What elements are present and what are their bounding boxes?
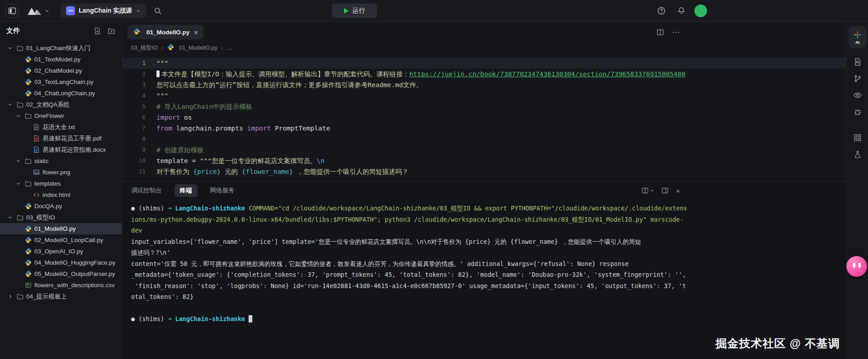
file-search-button[interactable] [849, 53, 867, 70]
tree-file-flower.png[interactable]: flower.png [0, 167, 122, 178]
tree-file-02_ChatModel.py[interactable]: 02_ChatModel.py [0, 65, 122, 76]
tree-file-04_ModelIO_HuggingFace.py[interactable]: 04_ModelIO_HuggingFace.py [0, 257, 122, 268]
tree-item-label: 03_OpenAI_IO.py [34, 248, 83, 255]
tree-folder-01_LangChain快速入门[interactable]: 01_LangChain快速入门 [0, 42, 122, 54]
tab-web-service[interactable]: 网络服务 [210, 186, 235, 195]
tree-item-label: 易速鲜花运营指南.docx [42, 146, 106, 154]
run-button[interactable]: 运行 [332, 4, 377, 18]
split-editor-button[interactable] [656, 28, 664, 36]
app-logo-menu[interactable] [26, 5, 50, 16]
tree-file-04_ChatLongChain.py[interactable]: 04_ChatLongChain.py [0, 88, 122, 99]
tree-file-03_OpenAI_IO.py[interactable]: 03_OpenAI_IO.py [0, 246, 122, 257]
code-line-1[interactable]: 1""" [122, 58, 846, 69]
tree-file-03_TextLangChain.py[interactable]: 03_TextLangChain.py [0, 76, 122, 88]
new-file-button[interactable] [94, 27, 101, 35]
breadcrumb-separator: › [161, 45, 163, 51]
breadcrumb-file[interactable]: 01_ModelIO.py [167, 44, 217, 52]
code-line-9[interactable]: 9# 创建原始模板 [122, 145, 846, 155]
breadcrumb-symbol[interactable]: … [226, 45, 232, 51]
code-line-3[interactable]: 3您可以点击最上方的“运行”按钮，直接运行该文件；更多操作指引请参考Readme… [122, 79, 846, 90]
tree-file-易速鲜花员工手册.pdf[interactable]: 易速鲜花员工手册.pdf [0, 133, 122, 144]
doubao-assistant-button[interactable] [846, 256, 867, 277]
split-terminal-button[interactable] [642, 187, 654, 194]
panel-layout-button[interactable] [661, 187, 669, 194]
breadcrumb-folder[interactable]: 03_模型IO [131, 44, 158, 52]
tree-file-index.html[interactable]: index.html [0, 189, 122, 200]
breadcrumb-separator: › [221, 45, 223, 51]
file-explorer-actions [94, 27, 115, 35]
chevron-right-icon [6, 294, 14, 299]
eye-preview-icon [853, 91, 862, 100]
file-search-icon [853, 57, 862, 66]
tree-item-label: index.html [42, 191, 71, 198]
code-line-8[interactable]: 8 [122, 134, 846, 145]
tree-folder-static[interactable]: static [0, 155, 122, 167]
folder-icon [24, 158, 32, 164]
tree-folder-OneFlower[interactable]: OneFlower [0, 110, 122, 121]
code-line-text: import os [146, 112, 192, 123]
ai-assistant-button[interactable]: AI [849, 26, 867, 48]
code-line-text: # 导入LangChain中的提示模板 [146, 101, 252, 112]
tree-item-label: 05_ModelIO_OutputParser.py [34, 270, 115, 277]
tree-item-label: DocQA.py [34, 203, 62, 210]
code-line-2[interactable]: 2本文件是【模型I/O：输入提示、调用模型、解析输出】章节的配套代码。课程链接：… [122, 69, 846, 79]
run-label: 运行 [353, 7, 365, 15]
code-line-5[interactable]: 5# 导入LangChain中的提示模板 [122, 101, 846, 112]
search-button[interactable] [151, 4, 165, 18]
sidebar-toggle-button[interactable] [5, 4, 19, 18]
debug-button[interactable] [849, 103, 867, 120]
topbar-right-group [655, 0, 707, 22]
source-control-button[interactable] [849, 70, 867, 87]
tree-folder-03_模型IO[interactable]: 03_模型IO [0, 212, 122, 223]
tree-file-02_ModelIO_LoopCall.py[interactable]: 02_ModelIO_LoopCall.py [0, 234, 122, 246]
tree-file-DocQA.py[interactable]: DocQA.py [0, 200, 122, 212]
tree-folder-templates[interactable]: templates [0, 178, 122, 189]
tree-item-label: 04_提示模板上 [26, 293, 67, 301]
help-button[interactable] [655, 4, 668, 18]
tree-folder-02_文档QA系统[interactable]: 02_文档QA系统 [0, 99, 122, 110]
code-line-11[interactable]: 11对于售价为 {price} 元的 {flower_name} ，您能提供一个… [122, 166, 846, 177]
terminal[interactable]: ● (shims) ➜ LangChain-shizhanke COMMAND=… [122, 199, 846, 359]
editor-tab-01-modelio[interactable]: 01_ModelIO.py × [127, 25, 203, 39]
tab-close-icon[interactable]: × [194, 28, 198, 36]
tree-file-01_TextModel.py[interactable]: 01_TextModel.py [0, 54, 122, 65]
new-folder-button[interactable] [108, 27, 115, 35]
tree-file-易速鲜花运营指南.docx[interactable]: 易速鲜花运营指南.docx [0, 144, 122, 155]
tree-file-05_ModelIO_OutputParser.py[interactable]: 05_ModelIO_OutputParser.py [0, 268, 122, 280]
tab-debug-console[interactable]: 调试控制台 [131, 186, 162, 195]
folder-icon [16, 45, 24, 51]
tree-file-01_ModelIO.py[interactable]: 01_ModelIO.py [0, 223, 122, 234]
code-line-6[interactable]: 6import os [122, 112, 846, 123]
terminal-line-7: _metadata={'token_usage': {'completion_t… [131, 269, 846, 280]
code-line-text: """ [146, 58, 168, 69]
notifications-button[interactable] [675, 4, 688, 18]
user-avatar[interactable] [694, 5, 707, 17]
code-line-4[interactable]: 4""" [122, 90, 846, 101]
extensions-button[interactable] [849, 129, 867, 146]
tree-file-flowers_with_descriptions.csv[interactable]: flowers_with_descriptions.csv [0, 280, 122, 291]
line-number: 3 [122, 79, 146, 90]
tree-item-label: 01_LangChain快速入门 [26, 44, 90, 52]
test-button[interactable] [849, 146, 867, 163]
project-switcher[interactable]: </> LangChain 实战课 [61, 4, 146, 18]
apps-grid-icon [853, 133, 862, 142]
line-number: 5 [122, 101, 146, 112]
line-number: 9 [122, 145, 146, 155]
tree-item-label: 03_TextLangChain.py [34, 79, 94, 85]
code-editor[interactable]: 1"""2本文件是【模型I/O：输入提示、调用模型、解析输出】章节的配套代码。课… [122, 54, 846, 182]
editor-more-button[interactable]: ⋯ [672, 28, 680, 37]
preview-button[interactable] [849, 87, 867, 103]
line-number: 4 [122, 90, 146, 101]
tree-folder-04_提示模板上[interactable]: 04_提示模板上 [0, 291, 122, 302]
ai-label: AI [855, 40, 859, 45]
python-file-icon [24, 270, 32, 277]
tree-file-花语大全.txt[interactable]: 花语大全.txt [0, 121, 122, 133]
python-file-icon [24, 225, 32, 232]
tab-terminal[interactable]: 终端 [175, 184, 198, 197]
chevron-down-icon [650, 188, 654, 193]
panel-close-button[interactable]: × [676, 187, 680, 195]
csv-file-icon [24, 282, 32, 289]
code-line-10[interactable]: 10template = """您是一位专业的鲜花店文案撰写员。\n [122, 155, 846, 166]
line-number: 8 [122, 134, 146, 145]
code-line-7[interactable]: 7from langchain.prompts import PromptTem… [122, 123, 846, 134]
